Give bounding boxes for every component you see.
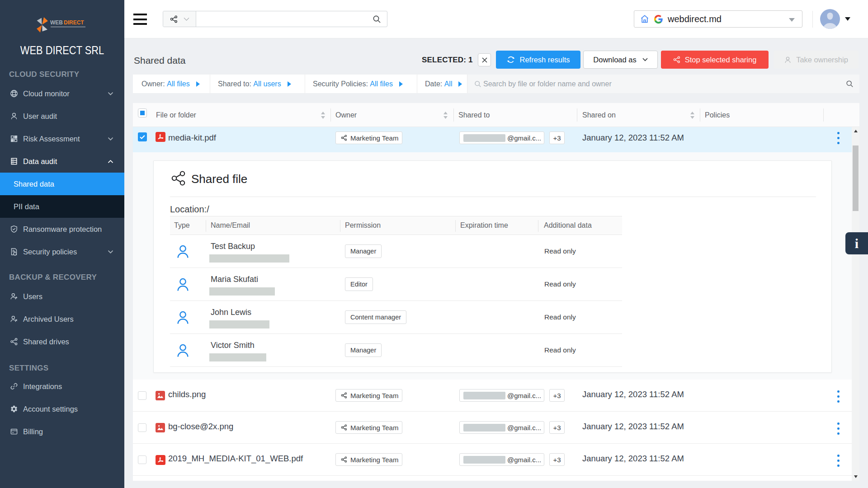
svg-text:WEB: WEB	[50, 19, 63, 26]
svg-text:DIRECT: DIRECT	[64, 19, 84, 26]
